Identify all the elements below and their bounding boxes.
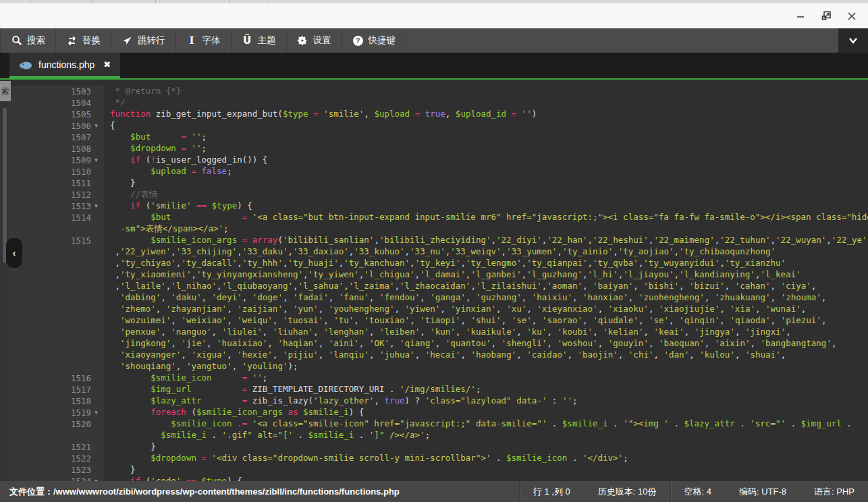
toolbar-button-settings[interactable]: 设置 <box>287 28 342 53</box>
fold-arrow-icon[interactable]: ▼ <box>91 155 101 166</box>
maximize-button[interactable] <box>821 11 832 22</box>
code-text: $dropdown = '<div class="dropdown-smilie… <box>104 453 868 464</box>
status-language[interactable]: 语言: PHP <box>800 481 868 502</box>
code-line[interactable]: 1515 $smilie_icon_args = array('bilibili… <box>0 235 868 246</box>
panel-collapse-handle[interactable]: ‹ <box>6 238 22 268</box>
toolbar-button-goto-line[interactable]: 跳转行 <box>111 28 176 53</box>
code-line[interactable]: 1523 } <box>0 464 868 476</box>
gutter <box>0 315 104 327</box>
close-button[interactable] <box>846 11 857 22</box>
code-line[interactable]: 1518 $lazy_attr = zib_is_lazy('lazy_othe… <box>0 395 868 407</box>
code-line[interactable]: 1512 //表情 <box>0 189 868 200</box>
code-text: //表情 <box>104 189 868 200</box>
gutter <box>0 281 104 292</box>
code-line[interactable]: 1517 $img_url = ZIB_TEMPLATE_DIRECTORY_U… <box>0 384 868 395</box>
toolbar-button-label: 快捷键 <box>369 34 396 47</box>
fold-arrow-icon[interactable]: ▼ <box>91 200 101 212</box>
code-line[interactable]: 1522 $dropdown = '<div class="dropdown-s… <box>0 453 868 464</box>
code-line[interactable]: ,'ty_chiyao','ty_dacall','ty_hhh','ty_hu… <box>0 258 868 269</box>
code-text: * @return {*} <box>104 86 868 97</box>
line-number: 1515 <box>71 235 91 246</box>
gutter: 1507 <box>0 132 104 143</box>
fold-arrow-icon[interactable]: ▼ <box>91 407 101 418</box>
line-number: 1523 <box>71 465 91 475</box>
code-text: 'wozuimei', 'weixiao', 'weiqu', 'tuosai'… <box>104 315 868 327</box>
code-line[interactable]: 1520 $smilie_icon .= '<a class="smilie-i… <box>0 418 868 430</box>
code-line[interactable]: 'penxue', 'nanguo', 'liulei', 'liuhan', … <box>0 327 868 338</box>
code-line[interactable]: 1507 $but = ''; <box>0 132 868 143</box>
toolbar-button-font[interactable]: I字体 <box>176 28 232 53</box>
code-line[interactable]: 'zhemo', 'zhayanjian', 'zaijian', 'yun',… <box>0 304 868 315</box>
line-number: 1512 <box>71 190 91 200</box>
line-number: 1503 <box>71 86 91 96</box>
gutter: 1505 <box>0 109 104 120</box>
minimize-button[interactable] <box>795 11 806 22</box>
code-line[interactable]: 'jingkong', 'jie', 'huaixiao', 'haqian',… <box>0 338 868 350</box>
gutter: 1523 <box>0 464 104 476</box>
code-line[interactable]: 1504 */ <box>0 97 868 109</box>
line-number: 1522 <box>71 453 91 464</box>
window-controls <box>795 11 857 22</box>
gutter <box>0 304 104 315</box>
toolbar-button-search[interactable]: 搜索 <box>0 28 56 53</box>
code-line[interactable]: 1524▼ if ('code' == $type) { <box>0 476 868 481</box>
tab-functions-php[interactable]: functions.php ✖ <box>9 53 120 78</box>
code-line[interactable]: 1514 $but = '<a class="but btn-input-exp… <box>0 212 868 223</box>
code-line[interactable]: 1508 $dropdown = ''; <box>0 143 868 155</box>
line-number: 1506 <box>71 121 91 131</box>
code-line[interactable]: 'shouqiang', 'yangtuo', 'youling'); <box>0 361 868 372</box>
code-line[interactable]: 'dabing', 'daku', 'deyi', 'doge', 'fadai… <box>0 292 868 304</box>
line-number: 1514 <box>71 213 91 223</box>
line-number: 1510 <box>71 167 91 177</box>
code-line[interactable]: 1519▼ foreach ($smilie_icon_args as $smi… <box>0 407 868 418</box>
gutter: 1513▼ <box>0 200 104 212</box>
status-cursor-position: 行 1 ,列 0 <box>519 481 584 502</box>
code-text: if ('smilie' == $type) { <box>104 200 868 212</box>
code-line[interactable]: $smilie_i . '.gif" alt="[' . $smilie_i .… <box>0 430 868 441</box>
status-history-versions[interactable]: 历史版本: 10份 <box>584 481 670 502</box>
toolbar-overflow-button[interactable] <box>838 28 868 53</box>
code-line[interactable]: 1506▼{ <box>0 120 868 132</box>
code-line[interactable]: ,'ty_xiaomieni','ty_yinyangxiansheng','t… <box>0 269 868 281</box>
fold-arrow-icon[interactable]: ▼ <box>91 120 101 132</box>
toolbar-button-shortcuts[interactable]: ?快捷键 <box>342 28 407 53</box>
code-line[interactable]: 1521 } <box>0 441 868 453</box>
code-line[interactable]: 1511 } <box>0 177 868 189</box>
fold-arrow-icon[interactable]: ▼ <box>91 476 101 481</box>
code-text: if ('code' == $type) { <box>104 476 868 481</box>
code-editor[interactable]: 1503 * @return {*}1504 */1505function zi… <box>0 81 868 481</box>
toolbar-button-label: 字体 <box>202 34 221 47</box>
code-text: function zib_get_input_expand_but($type … <box>104 109 868 120</box>
toolbar-button-theme[interactable]: Ü主题 <box>232 28 287 53</box>
code-text: $smilie_i . '.gif" alt="[' . $smilie_i .… <box>104 430 868 441</box>
code-line[interactable]: 1509▼ if (!is_user_logged_in()) { <box>0 155 868 166</box>
search-panel-vertical-tab[interactable]: 索 <box>0 81 11 101</box>
gutter <box>0 430 104 441</box>
toolbar-button-replace[interactable]: 替换 <box>56 28 111 53</box>
code-line[interactable]: ,'22_yiwen','33_chijing','33_daku','33_d… <box>0 246 868 258</box>
code-line[interactable]: ,'l_laile','l_nihao','l_qiubaoyang','l_s… <box>0 281 868 292</box>
code-text: $lazy_attr = zib_is_lazy('lazy_other', t… <box>104 395 868 407</box>
code-line[interactable]: 1513▼ if ('smilie' == $type) { <box>0 200 868 212</box>
code-line[interactable]: 'wozuimei', 'weixiao', 'weiqu', 'tuosai'… <box>0 315 868 327</box>
code-line[interactable]: 1510 $upload = false; <box>0 166 868 177</box>
line-number: 1509 <box>71 155 91 165</box>
line-number: 1519 <box>71 408 91 418</box>
code-line[interactable]: 1503 * @return {*} <box>0 86 868 97</box>
status-encoding[interactable]: 编码: UTF-8 <box>725 481 800 502</box>
code-line[interactable]: -sm">表情</span></a>'; <box>0 223 868 235</box>
gutter: 1509▼ <box>0 155 104 166</box>
code-line[interactable]: 1516 $smilie_icon = ''; <box>0 372 868 384</box>
line-number: 1524 <box>71 476 91 481</box>
status-bar: 文件位置： /www/wwwroot/zibi/wordpress/wp-con… <box>0 481 868 502</box>
status-indent-spaces[interactable]: 空格: 4 <box>670 481 725 502</box>
code-text: } <box>104 464 868 476</box>
tab-close-icon[interactable]: ✖ <box>103 59 111 69</box>
code-line[interactable]: 'xiaoyanger', 'xigua', 'hexie', 'pijiu',… <box>0 350 868 361</box>
replace-icon <box>66 35 78 47</box>
maximize-icon <box>821 11 832 21</box>
code-text: $smilie_icon = ''; <box>104 372 868 384</box>
code-text: */ <box>104 97 868 109</box>
code-line[interactable]: 1505function zib_get_input_expand_but($t… <box>0 109 868 120</box>
left-scroll-thumb[interactable] <box>3 108 7 263</box>
